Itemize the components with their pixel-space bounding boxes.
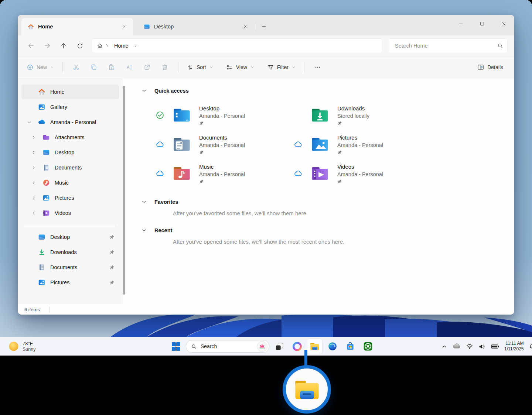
xbox-button[interactable] <box>360 339 376 354</box>
desktop-icon <box>42 148 50 157</box>
section-favorites[interactable]: Favorites <box>141 199 514 205</box>
sort-button[interactable]: Sort <box>183 60 217 75</box>
sidebar-item-home[interactable]: Home <box>21 85 119 99</box>
refresh-button[interactable] <box>72 38 88 53</box>
tab-home[interactable]: Home <box>21 18 133 35</box>
more-options-button[interactable] <box>309 60 327 75</box>
quick-access-item-desktop[interactable]: Desktop Amanda - Personal <box>155 100 293 130</box>
paste-button[interactable] <box>103 60 120 75</box>
navigation-bar: Home <box>18 35 514 56</box>
cut-button[interactable] <box>67 60 85 75</box>
new-button[interactable]: New <box>23 60 58 75</box>
music-folder-icon <box>172 164 191 183</box>
section-quick-access[interactable]: Quick access <box>141 88 514 94</box>
details-button[interactable]: Details <box>473 60 507 75</box>
pictures-icon <box>42 194 50 202</box>
battery-icon[interactable] <box>490 340 500 353</box>
share-button[interactable] <box>138 60 156 75</box>
taskbar-center <box>168 337 376 356</box>
search-icon[interactable] <box>497 42 504 49</box>
desktop-icon <box>143 23 150 30</box>
sidebar-pinned-pictures[interactable]: Pictures <box>21 275 119 290</box>
taskbar-search[interactable] <box>186 340 269 353</box>
sidebar-item-attachments[interactable]: Attachments <box>26 130 119 145</box>
chevron-down-icon[interactable] <box>141 88 147 94</box>
quick-access-item-downloads[interactable]: Downloads Stored locally <box>293 100 432 130</box>
filter-button[interactable]: Filter <box>263 60 300 75</box>
clock[interactable]: 11:11 AM 1/11/2025 <box>504 341 525 352</box>
tray-chevron-up-icon[interactable] <box>440 340 448 353</box>
filter-icon <box>267 64 274 71</box>
volume-icon[interactable] <box>477 340 487 353</box>
start-button[interactable] <box>168 339 184 354</box>
close-button[interactable] <box>493 15 514 32</box>
close-tab-icon[interactable] <box>240 21 250 32</box>
wifi-icon[interactable] <box>465 340 474 353</box>
sidebar-pinned-downloads[interactable]: Downloads <box>21 245 119 260</box>
maximize-button[interactable] <box>471 15 493 32</box>
sidebar-item-gallery[interactable]: Gallery <box>21 100 119 114</box>
sidebar-item-documents[interactable]: Documents <box>26 160 119 175</box>
lotus-icon <box>258 343 266 350</box>
file-explorer-button[interactable] <box>307 339 323 354</box>
chevron-down-icon <box>209 65 214 69</box>
forward-button[interactable] <box>39 38 55 53</box>
pin-icon <box>199 150 204 155</box>
sidebar-pinned-desktop[interactable]: Desktop <box>21 230 119 244</box>
taskbar-search-input[interactable] <box>200 343 254 350</box>
breadcrumb[interactable]: Home <box>92 38 383 53</box>
pin-icon <box>199 179 204 184</box>
videos-folder-icon <box>310 164 330 183</box>
notification-bell-icon[interactable] <box>528 340 532 353</box>
onedrive-tray-icon[interactable] <box>451 340 462 353</box>
xbox-icon <box>363 342 373 351</box>
quick-access-item-videos[interactable]: Videos Amanda - Personal <box>293 159 432 188</box>
screen: Home Desktop <box>0 0 532 415</box>
close-tab-icon[interactable] <box>119 21 129 32</box>
videos-icon <box>42 209 50 217</box>
view-button[interactable]: View <box>222 60 258 75</box>
sidebar-item-music[interactable]: Music <box>26 175 119 190</box>
copy-button[interactable] <box>85 60 103 75</box>
plus-circle-icon <box>27 64 34 71</box>
weather-widget[interactable]: 78°F Sunny <box>6 337 38 356</box>
new-tab-button[interactable] <box>258 20 270 32</box>
tray-time: 11:11 AM <box>504 341 524 346</box>
section-recent[interactable]: Recent <box>141 227 514 233</box>
task-view-button[interactable] <box>272 339 287 354</box>
item-count: 6 items <box>24 307 40 312</box>
sidebar-pinned-documents[interactable]: Documents <box>21 260 119 275</box>
sidebar-item-desktop[interactable]: Desktop <box>26 145 119 160</box>
chevron-down-icon[interactable] <box>141 199 147 205</box>
up-button[interactable] <box>55 38 72 53</box>
quick-access-item-music[interactable]: Music Amanda - Personal <box>155 159 293 188</box>
sidebar-scrollbar[interactable] <box>123 86 125 295</box>
rename-button[interactable] <box>120 60 138 75</box>
edge-button[interactable] <box>325 339 340 354</box>
music-icon <box>42 179 50 187</box>
store-button[interactable] <box>342 339 358 354</box>
content-pane: Quick access Desktop Amanda - Personal <box>123 78 514 304</box>
search-input[interactable] <box>394 42 497 49</box>
sync-status-cloud-icon <box>293 169 303 178</box>
minimize-button[interactable] <box>450 15 471 32</box>
breadcrumb-item-home[interactable]: Home <box>111 43 132 49</box>
chevron-down-icon[interactable] <box>141 227 147 233</box>
sidebar-item-videos[interactable]: Videos <box>26 206 119 220</box>
tab-label: Home <box>38 24 115 30</box>
pin-icon <box>337 121 342 126</box>
home-breadcrumb-icon[interactable] <box>96 42 103 49</box>
back-button[interactable] <box>23 38 39 53</box>
search-box[interactable] <box>388 38 508 53</box>
taskbar: 78°F Sunny 11:11 AM <box>0 337 532 356</box>
sync-status-synced-icon <box>155 111 165 120</box>
downloads-folder-icon <box>310 106 330 125</box>
quick-access-item-pictures[interactable]: Pictures Amanda - Personal <box>293 130 432 159</box>
copilot-button[interactable] <box>289 339 305 354</box>
sidebar-item-onedrive[interactable]: Amanda - Personal <box>21 115 119 130</box>
quick-access-item-documents[interactable]: Documents Amanda - Personal <box>155 130 293 159</box>
tab-desktop[interactable]: Desktop <box>137 18 254 35</box>
details-pane-icon <box>477 64 484 71</box>
sidebar-item-pictures[interactable]: Pictures <box>26 191 119 205</box>
delete-button[interactable] <box>156 60 174 75</box>
